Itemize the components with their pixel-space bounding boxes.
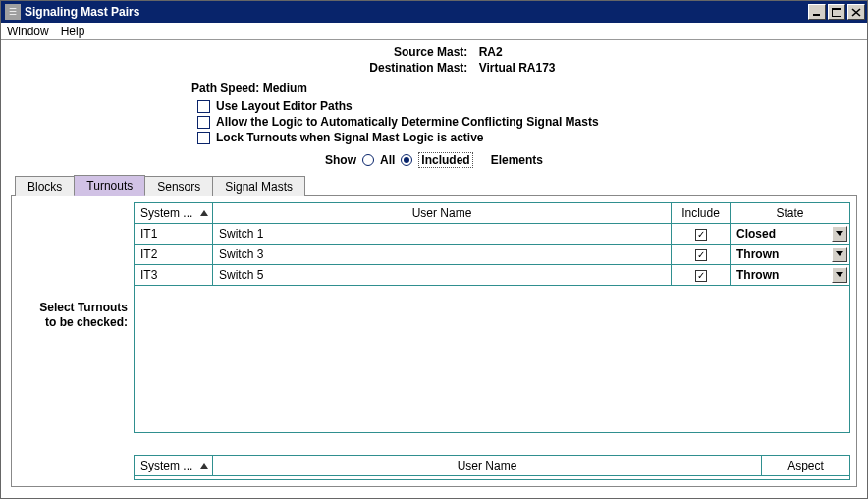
chevron-down-icon: [832, 226, 847, 242]
option-label: Lock Turnouts when Signal Mast Logic is …: [216, 131, 484, 144]
cell-include[interactable]: ✓: [672, 245, 731, 265]
option-auto-conflict[interactable]: Allow the Logic to Automatically Determi…: [197, 115, 857, 129]
col-system[interactable]: System ...: [135, 203, 213, 224]
aspect-table: System ... User Name Aspect: [134, 455, 850, 476]
menu-bar: Window Help: [1, 23, 867, 40]
table-header-row: System ... User Name Aspect: [135, 455, 850, 475]
check-icon: ✓: [695, 229, 707, 241]
col-user-label: User Name: [412, 206, 472, 220]
col-state[interactable]: State: [731, 203, 850, 224]
turnouts-table: System ... User Name Include State: [134, 202, 850, 286]
side-instruction: Select Turnouts to be checked:: [18, 202, 134, 480]
path-speed-label: Path Speed: Medium: [191, 82, 857, 95]
tab-blocks[interactable]: Blocks: [15, 176, 75, 196]
tab-panel: Select Turnouts to be checked: System ..…: [11, 196, 857, 487]
checkbox-icon: [197, 116, 210, 129]
chevron-down-icon: [832, 247, 847, 262]
svg-marker-5: [836, 231, 843, 236]
col-user[interactable]: User Name: [213, 203, 672, 224]
dest-mast-label: Destination Mast:: [192, 60, 467, 76]
minimize-button[interactable]: [808, 4, 826, 20]
col-include-label: Include: [681, 206, 720, 220]
window-controls: [808, 4, 865, 20]
table-header-row: System ... User Name Include State: [135, 203, 850, 224]
col-user-label: User Name: [458, 459, 517, 472]
mast-header: Source Mast: RA2 Destination Mast: Virtu…: [11, 44, 857, 76]
state-value: Closed: [736, 227, 776, 241]
col-system-label: System ...: [140, 206, 192, 220]
check-icon: ✓: [695, 250, 707, 261]
option-lock-turnouts[interactable]: Lock Turnouts when Signal Mast Logic is …: [197, 131, 857, 144]
maximize-button[interactable]: [828, 4, 845, 20]
source-mast-value: RA2: [479, 44, 676, 60]
content-area: Source Mast: RA2 Destination Mast: Virtu…: [1, 40, 867, 487]
table-row: IT2 Switch 3 ✓ Thrown: [135, 245, 850, 265]
cell-include[interactable]: ✓: [672, 265, 731, 286]
checkbox-icon: [197, 100, 210, 113]
radio-all-label: All: [380, 153, 395, 167]
cell-system[interactable]: IT3: [135, 265, 213, 286]
sort-asc-icon: [200, 463, 208, 469]
option-use-layout-paths[interactable]: Use Layout Editor Paths: [197, 99, 857, 113]
option-label: Allow the Logic to Automatically Determi…: [216, 115, 599, 129]
menu-help[interactable]: Help: [61, 25, 85, 38]
side-line1: Select Turnouts: [39, 301, 128, 314]
option-label: Use Layout Editor Paths: [216, 99, 353, 113]
cell-state[interactable]: Thrown: [731, 245, 850, 265]
col-include[interactable]: Include: [672, 203, 731, 224]
radio-all[interactable]: [362, 154, 374, 166]
col-system[interactable]: System ...: [135, 455, 213, 475]
tab-turnouts[interactable]: Turnouts: [74, 175, 145, 196]
close-button[interactable]: [847, 4, 865, 20]
elements-label: Elements: [491, 153, 543, 167]
col-user[interactable]: User Name: [213, 455, 762, 475]
sort-asc-icon: [200, 210, 208, 216]
tab-bar: Blocks Turnouts Sensors Signal Masts: [11, 174, 857, 196]
table-gap: [134, 433, 850, 455]
cell-user[interactable]: Switch 5: [213, 265, 672, 286]
col-aspect[interactable]: Aspect: [762, 455, 850, 475]
cell-system[interactable]: IT1: [135, 224, 213, 245]
cell-user[interactable]: Switch 3: [213, 245, 672, 265]
window-title: Signaling Mast Pairs: [25, 5, 808, 19]
svg-marker-6: [836, 251, 843, 256]
table-row: IT3 Switch 5 ✓ Thrown: [135, 265, 850, 286]
state-value: Thrown: [736, 268, 779, 282]
menu-window[interactable]: Window: [7, 25, 49, 38]
cell-system[interactable]: IT2: [135, 245, 213, 265]
tables-column: System ... User Name Include State: [134, 202, 850, 480]
show-label: Show: [325, 153, 356, 167]
svg-marker-7: [836, 272, 843, 277]
checkbox-icon: [197, 132, 210, 144]
col-system-label: System ...: [140, 459, 192, 472]
title-bar: ☰ Signaling Mast Pairs: [1, 1, 867, 23]
aspect-table-empty-area[interactable]: [134, 476, 850, 480]
cell-user[interactable]: Switch 1: [213, 224, 672, 245]
turnouts-table-empty-area[interactable]: [134, 286, 850, 433]
cell-state[interactable]: Thrown: [731, 265, 850, 286]
table-row: IT1 Switch 1 ✓ Closed: [135, 224, 850, 245]
check-icon: ✓: [695, 270, 707, 282]
col-aspect-label: Aspect: [787, 459, 824, 472]
side-line2: to be checked:: [45, 315, 128, 329]
cell-state[interactable]: Closed: [731, 224, 850, 245]
cell-include[interactable]: ✓: [672, 224, 731, 245]
state-value: Thrown: [736, 248, 779, 261]
svg-rect-2: [832, 8, 841, 10]
tab-sensors[interactable]: Sensors: [144, 176, 213, 196]
chevron-down-icon: [832, 267, 847, 283]
col-state-label: State: [776, 206, 803, 220]
tab-signal-masts[interactable]: Signal Masts: [212, 176, 305, 196]
show-filter-row: Show All Included Elements: [11, 152, 857, 168]
source-mast-label: Source Mast:: [192, 44, 467, 60]
svg-rect-0: [813, 14, 820, 16]
app-icon: ☰: [5, 4, 21, 20]
dest-mast-value: Virtual RA173: [479, 60, 676, 76]
radio-included[interactable]: [401, 154, 412, 166]
radio-included-label: Included: [418, 152, 472, 168]
